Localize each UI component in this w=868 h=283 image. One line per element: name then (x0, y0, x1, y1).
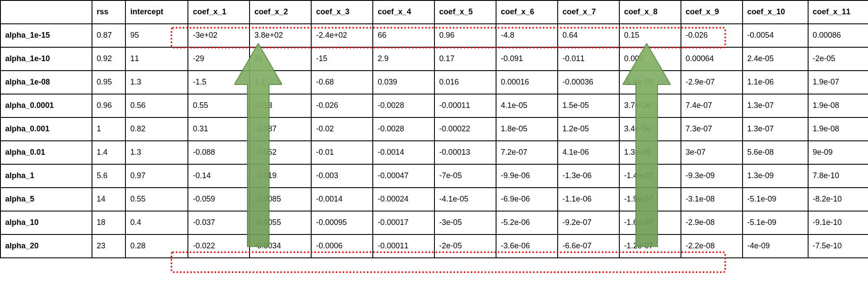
cell-intercept: 0.28 (125, 234, 188, 258)
cell-rss: 0.95 (92, 71, 126, 94)
cell-c10: -0.0054 (743, 24, 808, 47)
cell-c1: 0.31 (188, 117, 250, 141)
cell-c11: 0.00086 (808, 24, 868, 47)
cell-c3: -0.003 (311, 164, 373, 188)
corner-cell (0, 0, 92, 24)
cell-c5: -0.00011 (434, 94, 496, 117)
cell-c2: -0.087 (250, 117, 311, 141)
cell-c7: -6.6e-07 (558, 234, 619, 258)
cell-c2: 31 (250, 47, 311, 71)
col-coef-x-5: coef_x_5 (434, 0, 496, 24)
col-coef-x-6: coef_x_6 (496, 0, 558, 24)
row-label: alpha_1e-15 (0, 24, 92, 47)
cell-intercept: 0.56 (125, 94, 188, 117)
cell-c11: -8.2e-10 (808, 188, 868, 211)
cell-c8: -1.4e-07 (619, 164, 681, 188)
cell-c9: -0.026 (681, 24, 743, 47)
cell-c7: 4.1e-06 (558, 141, 619, 164)
cell-c1: -0.037 (188, 211, 250, 234)
cell-c7: 1.2e-05 (558, 117, 619, 141)
cell-c1: -1.5 (188, 71, 250, 94)
cell-c11: 1.9e-07 (808, 71, 868, 94)
cell-c6: -4.8 (496, 24, 558, 47)
cell-c4: 2.9 (373, 47, 434, 71)
cell-c11: -7.5e-10 (808, 234, 868, 258)
table-row: alpha_1e-150.8795-3e+023.8e+02-2.4e+0266… (0, 24, 868, 47)
cell-intercept: 11 (125, 47, 188, 71)
cell-rss: 0.87 (92, 24, 126, 47)
cell-rss: 0.92 (92, 47, 126, 71)
cell-c7: -0.011 (558, 47, 619, 71)
cell-c9: -2.9e-08 (681, 211, 743, 234)
row-label: alpha_0.01 (0, 141, 92, 164)
table-row: alpha_1e-100.9211-2931-152.90.17-0.091-0… (0, 47, 868, 71)
cell-c3: -0.01 (311, 141, 373, 164)
table-viewport: rss intercept coef_x_1 coef_x_2 coef_x_3… (0, 0, 868, 283)
cell-c4: -0.00017 (373, 211, 434, 234)
cell-c10: 1.3e-07 (743, 94, 808, 117)
row-label: alpha_5 (0, 188, 92, 211)
row-label: alpha_0.001 (0, 117, 92, 141)
cell-c5: -7e-05 (434, 164, 496, 188)
cell-c11: 9e-09 (808, 141, 868, 164)
cell-c10: -4e-09 (743, 234, 808, 258)
cell-intercept: 95 (125, 24, 188, 47)
row-label: alpha_1e-10 (0, 47, 92, 71)
cell-c5: -0.00013 (434, 141, 496, 164)
cell-c10: -5.1e-09 (743, 188, 808, 211)
cell-c9: 3e-07 (681, 141, 743, 164)
cell-c8: 3.7e-06 (619, 94, 681, 117)
col-coef-x-7: coef_x_7 (558, 0, 619, 24)
cell-c4: -0.00011 (373, 234, 434, 258)
cell-c10: 1.3e-09 (743, 164, 808, 188)
cell-c2: 1.7 (250, 71, 311, 94)
cell-c8: 0.15 (619, 24, 681, 47)
cell-c3: -0.68 (311, 71, 373, 94)
cell-c3: -15 (311, 47, 373, 71)
cell-c10: -5.1e-09 (743, 211, 808, 234)
table-row: alpha_1e-080.951.3-1.51.7-0.680.0390.016… (0, 71, 868, 94)
col-coef-x-2: coef_x_2 (250, 0, 311, 24)
row-label: alpha_20 (0, 234, 92, 258)
cell-c11: 1.9e-08 (808, 117, 868, 141)
cell-c6: -6.9e-06 (496, 188, 558, 211)
cell-intercept: 0.4 (125, 211, 188, 234)
table-body: alpha_1e-150.8795-3e+023.8e+02-2.4e+0266… (0, 24, 868, 258)
cell-c11: -2e-05 (808, 47, 868, 71)
cell-c8: 0.002 (619, 47, 681, 71)
cell-c1: -0.022 (188, 234, 250, 258)
cell-c5: -0.00022 (434, 117, 496, 141)
table-header: rss intercept coef_x_1 coef_x_2 coef_x_3… (0, 0, 868, 24)
cell-c8: -5.4e-05 (619, 71, 681, 94)
cell-c1: -0.059 (188, 188, 250, 211)
cell-rss: 14 (92, 188, 126, 211)
table-row: alpha_20230.28-0.022-0.0034-0.0006-0.000… (0, 234, 868, 258)
cell-c6: -0.091 (496, 47, 558, 71)
table-row: alpha_0.00110.820.31-0.087-0.02-0.0028-0… (0, 117, 868, 141)
cell-c4: -0.0028 (373, 117, 434, 141)
cell-c1: -29 (188, 47, 250, 71)
cell-intercept: 0.82 (125, 117, 188, 141)
cell-c11: -9.1e-10 (808, 211, 868, 234)
cell-c11: 1.9e-08 (808, 94, 868, 117)
cell-c6: 0.00016 (496, 71, 558, 94)
cell-c6: -9.9e-06 (496, 164, 558, 188)
row-label: alpha_1e-08 (0, 71, 92, 94)
cell-c5: -4.1e-05 (434, 188, 496, 211)
row-label: alpha_1 (0, 164, 92, 188)
cell-c7: -1.3e-06 (558, 164, 619, 188)
cell-c3: -0.0006 (311, 234, 373, 258)
cell-c3: -2.4e+02 (311, 24, 373, 47)
table-row: alpha_15.60.97-0.14-0.019-0.003-0.00047-… (0, 164, 868, 188)
col-coef-x-4: coef_x_4 (373, 0, 434, 24)
cell-c5: 0.96 (434, 24, 496, 47)
cell-c7: 0.64 (558, 24, 619, 47)
cell-c4: 0.039 (373, 71, 434, 94)
cell-rss: 1 (92, 117, 126, 141)
cell-c9: -2.2e-08 (681, 234, 743, 258)
col-intercept: intercept (125, 0, 188, 24)
cell-c10: 1.3e-07 (743, 117, 808, 141)
cell-intercept: 0.55 (125, 188, 188, 211)
cell-c4: -0.00024 (373, 188, 434, 211)
cell-c5: -2e-05 (434, 234, 496, 258)
